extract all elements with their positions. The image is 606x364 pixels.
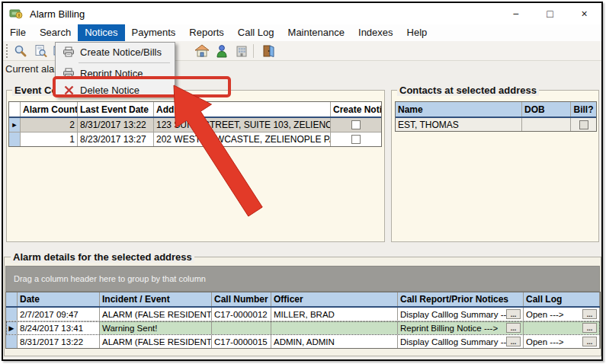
cell-call-number[interactable]: C17-0000015	[212, 335, 271, 348]
contacts-header-row: Name DOB Bill?	[396, 102, 596, 118]
print-preview-icon[interactable]	[32, 43, 49, 59]
annotation-highlight-box	[53, 76, 231, 97]
cell-call-report: Display Calllog Summary --->...	[398, 335, 524, 348]
menu-call-log[interactable]: Call Log	[231, 24, 281, 41]
menu-bar: File Search Notices Payments Reports Cal…	[3, 24, 601, 41]
alarm-details-title: Alarm details for the selected address	[11, 251, 194, 263]
call-log-ellipsis-button[interactable]: ...	[582, 323, 597, 333]
window-title: Alarm Billing	[30, 8, 85, 20]
cell-call-log: Open --->...	[524, 335, 600, 348]
app-icon	[9, 8, 23, 20]
event-counts-grid: Alarm Count Last Event Date Address Crea…	[8, 101, 382, 147]
cell-date[interactable]: 8/31/2017 13:22	[18, 335, 100, 348]
cell-last-event-date[interactable]: 8/23/2017 13:27	[78, 133, 154, 146]
header-create-notice[interactable]: Create Notice	[331, 102, 381, 117]
cell-call-number[interactable]	[212, 321, 271, 334]
menu-notices[interactable]: Notices	[78, 24, 124, 41]
menu-reports[interactable]: Reports	[182, 24, 231, 41]
event-counts-header-row: Alarm Count Last Event Date Address Crea…	[9, 102, 381, 118]
menu-maintenance[interactable]: Maintenance	[281, 24, 351, 41]
cell-call-number[interactable]: C17-0000012	[212, 308, 271, 321]
cell-call-log: Open --->...	[524, 308, 600, 321]
cell-alarm-count[interactable]: 1	[21, 133, 78, 146]
table-row[interactable]: EST, THOMAS	[396, 118, 596, 132]
cell-address[interactable]: 202 WEST NEWCASTLE, ZELIENOPLE PA	[154, 133, 331, 146]
header-bill[interactable]: Bill?	[571, 102, 596, 117]
maximize-button[interactable]: □	[533, 3, 567, 24]
bill-checkbox[interactable]	[579, 120, 588, 129]
header-incident-event[interactable]: Incident / Event	[100, 292, 212, 306]
header-name[interactable]: Name	[396, 102, 522, 117]
group-by-hint: Drag a column header here to group by th…	[14, 274, 206, 283]
alarm-details-header-row: Date Incident / Event Call Number Office…	[6, 292, 600, 308]
cell-date[interactable]: 8/24/2017 13:41	[18, 321, 100, 334]
header-dob[interactable]: DOB	[522, 102, 571, 117]
table-row[interactable]: ► 8/24/2017 13:41 Warning Sent! Reprint …	[6, 321, 600, 335]
home-icon[interactable]	[194, 43, 210, 59]
row-selector[interactable]: ►	[6, 321, 18, 334]
search-icon[interactable]	[12, 43, 29, 59]
cell-call-report: Reprint Billing Notice --->...	[398, 321, 524, 334]
call-report-ellipsis-button[interactable]: ...	[506, 309, 521, 319]
row-selector[interactable]: ►	[9, 118, 21, 132]
header-last-event-date[interactable]: Last Event Date	[78, 102, 154, 117]
menu-search[interactable]: Search	[33, 24, 78, 41]
header-alarm-count[interactable]: Alarm Count	[21, 102, 78, 117]
call-report-ellipsis-button[interactable]: ...	[506, 337, 521, 346]
menu-indexes[interactable]: Indexes	[351, 24, 400, 41]
menu-help[interactable]: Help	[400, 24, 434, 41]
cell-incident[interactable]: ALARM (FALSE RESIDENTIA	[100, 335, 212, 348]
alarm-details-grid: Date Incident / Event Call Number Office…	[5, 292, 601, 349]
row-selector[interactable]	[6, 308, 18, 321]
cell-officer[interactable]	[271, 321, 398, 334]
building-icon[interactable]	[233, 43, 250, 59]
header-call-number[interactable]: Call Number	[212, 292, 271, 306]
menu-file[interactable]: File	[3, 24, 33, 41]
menu-payments[interactable]: Payments	[125, 24, 183, 41]
menu-item-create-notice-bills[interactable]: Create Notice/Bills	[56, 43, 175, 61]
status-text: Current alar	[5, 63, 58, 75]
call-log-ellipsis-button[interactable]: ...	[582, 337, 597, 346]
header-call-log[interactable]: Call Log	[524, 292, 600, 306]
cell-officer[interactable]: ADMIN, ADMIN	[271, 335, 398, 348]
create-notice-checkbox[interactable]	[351, 120, 361, 129]
cell-alarm-count[interactable]: 2	[21, 118, 78, 132]
row-selector[interactable]	[6, 335, 18, 348]
header-call-report-prior-notices[interactable]: Call Report/Prior Notices	[398, 292, 524, 306]
group-by-drop-zone[interactable]: Drag a column header here to group by th…	[5, 266, 600, 292]
table-row[interactable]: 8/31/2017 13:22 ALARM (FALSE RESIDENTIA …	[6, 335, 600, 349]
close-button[interactable]: ×	[567, 3, 601, 24]
exit-door-icon[interactable]	[260, 43, 277, 59]
call-log-ellipsis-button[interactable]: ...	[582, 309, 597, 319]
cell-call-report: Display Calllog Summary --->...	[398, 308, 524, 321]
header-address[interactable]: Address	[154, 102, 331, 117]
cell-create-notice	[331, 133, 381, 146]
table-row[interactable]: 1 8/23/2017 13:27 202 WEST NEWCASTLE, ZE…	[9, 133, 381, 147]
call-report-ellipsis-button[interactable]: ...	[506, 323, 521, 333]
cell-officer[interactable]: MILLER, BRAD	[271, 308, 398, 321]
cell-incident[interactable]: ALARM (FALSE RESIDENTIA	[100, 308, 212, 321]
header-date[interactable]: Date	[18, 292, 100, 306]
create-notice-checkbox[interactable]	[351, 135, 361, 144]
header-officer[interactable]: Officer	[271, 292, 398, 306]
contacts-title: Contacts at selected address	[397, 85, 539, 96]
cell-last-event-date[interactable]: 8/31/2017 13:22	[78, 118, 154, 132]
cell-address[interactable]: 123 SUITE STREET, SUITE 103, ZELIENOP	[154, 118, 331, 132]
table-row[interactable]: ► 2 8/31/2017 13:22 123 SUITE STREET, SU…	[9, 118, 381, 133]
cell-incident[interactable]: Warning Sent!	[100, 321, 212, 334]
table-row[interactable]: 2/7/2017 09:47 ALARM (FALSE RESIDENTIA C…	[6, 308, 600, 321]
screenshot-canvas: Alarm Billing − □ × File Search Notices …	[0, 0, 606, 364]
toolbar-separator	[253, 44, 254, 58]
window-controls: − □ ×	[499, 3, 601, 24]
contact-icon[interactable]	[213, 43, 230, 59]
cell-date[interactable]: 2/7/2017 09:47	[18, 308, 100, 321]
row-selector[interactable]	[9, 133, 21, 146]
contacts-grid: Name DOB Bill? EST, THOMAS	[395, 101, 597, 132]
printer-icon	[60, 46, 77, 57]
cell-dob[interactable]	[522, 118, 571, 132]
cell-bill	[571, 118, 596, 132]
minimize-button[interactable]: −	[499, 3, 533, 24]
header-selector	[9, 102, 21, 117]
title-bar: Alarm Billing − □ ×	[3, 3, 601, 24]
cell-name[interactable]: EST, THOMAS	[396, 118, 522, 132]
